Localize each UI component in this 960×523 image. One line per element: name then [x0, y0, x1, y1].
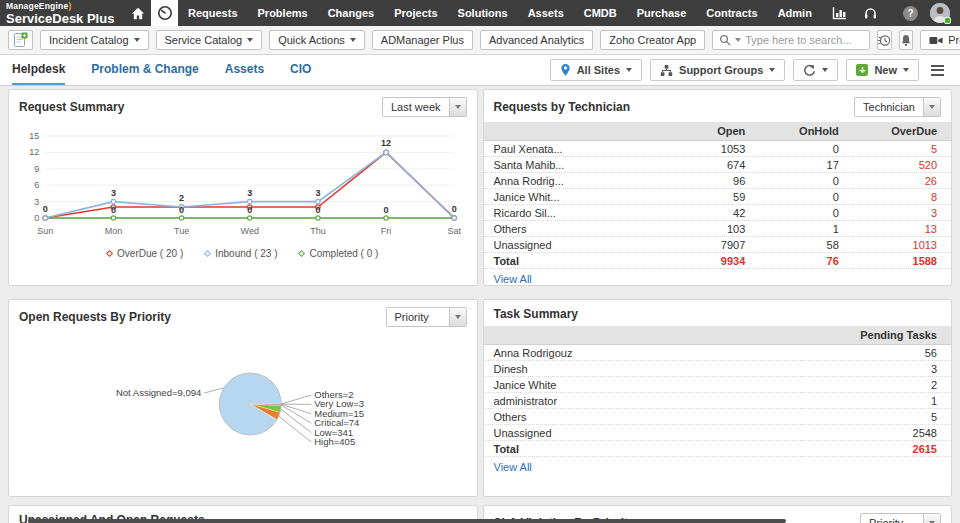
global-search[interactable]: [712, 30, 870, 50]
zoho-creator-app-button[interactable]: Zoho Creator App: [600, 30, 705, 50]
table-row[interactable]: Dinesh3: [484, 361, 952, 377]
product-overview-button[interactable]: Product Overview: [920, 30, 960, 50]
help-icon[interactable]: ?: [903, 6, 918, 21]
table-row[interactable]: Unassigned2548: [484, 425, 952, 441]
dashboard-tab[interactable]: [151, 0, 178, 26]
nav-item-assets[interactable]: Assets: [518, 0, 574, 26]
svg-text:0: 0: [384, 205, 389, 215]
sla-priority-filter-select[interactable]: Priority: [860, 513, 941, 523]
incident-catalog-button[interactable]: Incident Catalog: [40, 30, 149, 50]
svg-text:0: 0: [34, 213, 39, 223]
table-row[interactable]: Unassigned7907581013: [484, 237, 952, 253]
tab-helpdesk[interactable]: Helpdesk: [12, 55, 65, 85]
filter-value: Last week: [383, 98, 449, 116]
svg-text:12: 12: [381, 138, 391, 148]
advanced-analytics-button[interactable]: Advanced Analytics: [480, 30, 593, 50]
column-header: OverDue: [853, 122, 951, 141]
chevron-down-icon[interactable]: [923, 514, 940, 523]
menu-hamburger-icon[interactable]: [927, 65, 948, 76]
service-catalog-button[interactable]: Service Catalog: [156, 30, 263, 50]
cell: 8: [853, 189, 951, 205]
svg-text:0: 0: [315, 205, 320, 215]
nav-item-admin[interactable]: Admin: [768, 0, 822, 26]
table-row[interactable]: Others5: [484, 409, 952, 425]
chevron-down-icon[interactable]: [449, 308, 466, 326]
nav-item-problems[interactable]: Problems: [248, 0, 318, 26]
table-row[interactable]: Others103113: [484, 221, 952, 237]
chevron-down-icon[interactable]: [449, 98, 466, 116]
legend-item[interactable]: Completed ( 0 ): [299, 248, 378, 259]
all-sites-button[interactable]: All Sites: [550, 59, 642, 81]
cell: Janice Whit...: [484, 189, 652, 205]
tab-cio[interactable]: CIO: [290, 55, 311, 85]
chevron-down-icon: [769, 68, 775, 72]
brand-line1: ManageEngine: [6, 1, 68, 11]
table-row[interactable]: Janice White2: [484, 377, 952, 393]
chevron-down-icon[interactable]: [923, 98, 940, 116]
nav-item-requests[interactable]: Requests: [178, 0, 248, 26]
table-row[interactable]: Santa Mahib...67417520: [484, 157, 952, 173]
nav-item-projects[interactable]: Projects: [384, 0, 447, 26]
cell: 59: [652, 189, 760, 205]
new-button[interactable]: + New: [846, 59, 919, 81]
table-row[interactable]: Paul Xenata...105305: [484, 141, 952, 157]
tab-assets[interactable]: Assets: [225, 55, 264, 85]
view-all-link[interactable]: View All: [484, 457, 542, 473]
legend-item[interactable]: Inbound ( 23 ): [205, 248, 277, 259]
nav-item-cmdb[interactable]: CMDB: [574, 0, 627, 26]
gauge-icon: [157, 5, 173, 21]
svg-text:0: 0: [111, 205, 116, 215]
recent-items-button[interactable]: [877, 30, 892, 50]
support-groups-label: Support Groups: [679, 64, 763, 76]
table-row[interactable]: Ricardo Sil...4203: [484, 205, 952, 221]
cell: 76: [759, 253, 853, 269]
table-row[interactable]: Anna Rodrigouz56: [484, 345, 952, 361]
video-camera-icon: [929, 35, 943, 46]
cell: 1053: [652, 141, 760, 157]
add-request-template-button[interactable]: [8, 30, 33, 50]
location-pin-icon: [560, 63, 571, 77]
chevron-down-icon: [626, 68, 632, 72]
open-requests-by-priority-panel: Open Requests By Priority Priority Not A…: [8, 299, 478, 497]
column-header: OnHold: [759, 122, 853, 141]
technician-filter-select[interactable]: Technician: [854, 97, 941, 117]
tab-problem-change[interactable]: Problem & Change: [91, 55, 198, 85]
svg-text:High=405: High=405: [314, 436, 355, 447]
cell: Unassigned: [484, 425, 802, 441]
nav-item-purchase[interactable]: Purchase: [627, 0, 697, 26]
cell: 520: [853, 157, 951, 173]
table-row[interactable]: administrator1: [484, 393, 952, 409]
nav-item-solutions[interactable]: Solutions: [448, 0, 518, 26]
total-row: Total9934761588: [484, 253, 952, 269]
nav-item-contracts[interactable]: Contracts: [696, 0, 767, 26]
refresh-button[interactable]: [793, 59, 838, 81]
view-all-link[interactable]: View All: [484, 269, 542, 285]
user-avatar[interactable]: [930, 3, 950, 23]
headset-icon[interactable]: [863, 6, 878, 21]
reports-chart-icon[interactable]: [832, 6, 847, 20]
search-input[interactable]: [745, 34, 863, 46]
legend-item[interactable]: OverDue ( 20 ): [107, 248, 183, 259]
filter-value: Priority: [387, 308, 449, 326]
support-groups-button[interactable]: Support Groups: [650, 59, 785, 81]
cell: Total: [484, 441, 802, 457]
chevron-down-icon: [247, 38, 253, 42]
table-row[interactable]: Anna Rodrig...96026: [484, 173, 952, 189]
horizontal-scrollbar-thumb[interactable]: [28, 519, 786, 523]
quick-actions-button[interactable]: Quick Actions: [269, 30, 365, 50]
request-summary-filter-select[interactable]: Last week: [382, 97, 467, 117]
search-scope-chevron-icon[interactable]: [735, 38, 741, 42]
table-row[interactable]: Janice Whit...5908: [484, 189, 952, 205]
quick-toolbar: Incident Catalog Service Catalog Quick A…: [0, 26, 960, 55]
admanager-plus-button[interactable]: ADManager Plus: [372, 30, 473, 50]
notifications-button[interactable]: [899, 30, 913, 50]
svg-text:2: 2: [179, 193, 184, 203]
cell: 56: [801, 345, 951, 361]
svg-text:3: 3: [247, 188, 252, 198]
priority-filter-select[interactable]: Priority: [386, 307, 467, 327]
home-tab[interactable]: [124, 0, 151, 26]
nav-item-changes[interactable]: Changes: [318, 0, 384, 26]
cell: 0: [759, 189, 853, 205]
cell: administrator: [484, 393, 802, 409]
requests-by-technician-table: OpenOnHoldOverDuePaul Xenata...105305San…: [484, 122, 952, 269]
